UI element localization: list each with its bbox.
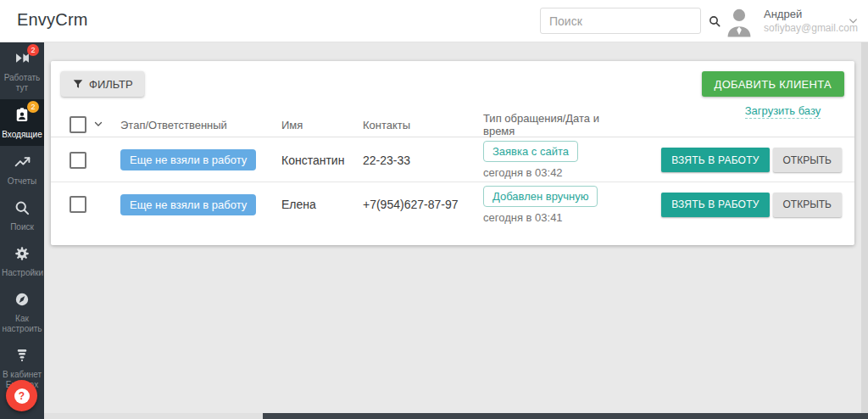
sidebar-item-reports[interactable]: Отчеты [0, 146, 44, 193]
inbox-badge: 2 [27, 101, 39, 113]
search-input[interactable] [541, 14, 708, 28]
take-to-work-button[interactable]: ВЗЯТЬ В РАБОТУ [661, 193, 769, 217]
help-button[interactable]: ? [6, 380, 37, 411]
request-type-badge: Заявка с сайта [483, 141, 578, 162]
client-contact: 22-23-33 [363, 154, 483, 167]
user-menu[interactable]: Андрей sofiybay@gmail.com [725, 0, 865, 42]
horizontal-scrollbar-thumb[interactable] [263, 413, 868, 419]
request-time: сегодня в 03:41 [483, 211, 563, 224]
client-name: Константин [281, 154, 363, 167]
horizontal-scrollbar[interactable] [44, 413, 868, 419]
search-icon [13, 199, 31, 218]
row-checkbox[interactable] [70, 152, 86, 169]
client-name: Елена [281, 198, 363, 211]
stage-badge: Еще не взяли в работу [120, 149, 256, 170]
app-logo: EnvyCrm [17, 10, 88, 30]
sidebar-item-work-here[interactable]: 2 Работать тут [0, 42, 44, 99]
gear-icon [13, 245, 31, 264]
contact-card-icon: 2 [13, 106, 31, 125]
column-header-contacts: Контакты [363, 119, 483, 131]
chevron-down-icon[interactable] [93, 117, 103, 132]
open-button[interactable]: ОТКРЫТЬ [773, 193, 843, 217]
client-contact: +7(954)627-87-97 [363, 198, 483, 211]
filter-button-label: ФИЛЬТР [89, 78, 133, 91]
row-checkbox[interactable] [70, 196, 86, 213]
table-row: Еще не взяли в работу Елена +7(954)627-8… [51, 182, 854, 226]
open-button[interactable]: ОТКРЫТЬ [773, 148, 843, 172]
trending-up-icon [13, 153, 31, 171]
table-header: Этап/Ответственный Имя Контакты Тип обра… [51, 112, 854, 137]
take-to-work-button[interactable]: ВЗЯТЬ В РАБОТУ [661, 148, 769, 172]
sidebar-item-label: Отчеты [2, 176, 42, 187]
main-content: ФИЛЬТР ДОБАВИТЬ КЛИЕНТА Загрузить базу Э… [44, 42, 868, 419]
compass-icon [13, 291, 31, 310]
table-row: Еще не взяли в работу Константин 22-23-3… [51, 138, 854, 182]
sidebar-item-inbox[interactable]: 2 Входящие [0, 99, 44, 146]
sidebar-item-label: Входящие [2, 130, 42, 140]
sidebar-item-how-to-setup[interactable]: Как настроить [0, 284, 44, 340]
sidebar-item-label: Настройки [2, 268, 42, 278]
sidebar-item-search[interactable]: Поиск [0, 193, 44, 238]
top-header: EnvyCrm Андрей sofiybay@gmail.com [0, 0, 868, 42]
search-box[interactable] [540, 8, 701, 34]
column-header-name: Имя [281, 119, 363, 131]
sidebar-item-label: Как настроить [2, 314, 42, 334]
column-header-type: Тип обращения/Дата и время [483, 112, 630, 137]
sidebar-item-label: Поиск [2, 222, 42, 232]
user-email: sofiybay@gmail.com [764, 21, 858, 35]
sidebar-item-label: Работать тут [2, 73, 42, 93]
work-here-badge: 2 [27, 44, 39, 56]
add-client-button[interactable]: ДОБАВИТЬ КЛИЕНТА [702, 71, 844, 97]
request-type-badge: Добавлен вручную [483, 186, 598, 207]
question-mark-icon: ? [14, 388, 30, 404]
table-body: Еще не взяли в работу Константин 22-23-3… [51, 138, 854, 226]
sidebar: 2 Работать тут 2 Входящие Отчеты Поиск [0, 42, 44, 419]
inbox-card: ФИЛЬТР ДОБАВИТЬ КЛИЕНТА Загрузить базу Э… [51, 61, 854, 245]
fast-forward-icon: 2 [13, 49, 31, 68]
avatar [725, 5, 754, 37]
column-header-stage: Этап/Ответственный [120, 119, 281, 131]
vertical-scrollbar[interactable] [861, 42, 868, 413]
filter-button[interactable]: ФИЛЬТР [61, 71, 144, 97]
user-info: Андрей sofiybay@gmail.com [764, 8, 858, 35]
search-icon[interactable] [708, 14, 721, 28]
chevron-down-icon[interactable] [848, 14, 859, 30]
request-time: сегодня в 03:42 [483, 166, 563, 179]
sidebar-item-settings[interactable]: Настройки [0, 238, 44, 284]
user-name: Андрей [764, 8, 858, 21]
select-all-checkbox[interactable] [70, 116, 86, 133]
envybox-bulb-icon [13, 347, 31, 366]
funnel-icon [72, 78, 84, 90]
stage-badge: Еще не взяли в работу [120, 194, 256, 215]
